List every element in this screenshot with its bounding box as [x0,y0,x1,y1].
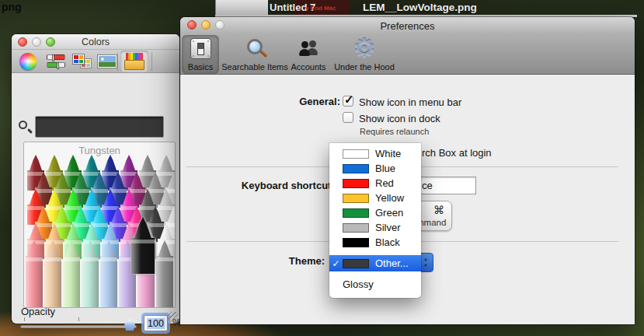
tab-filename[interactable]: LEM__LowVoltage.png [363,2,477,13]
tab-badge: v End Mac [305,5,336,12]
opacity-slider-thumb[interactable] [124,318,135,331]
color-search-input[interactable] [35,116,164,138]
preferences-toolbar: Basics Searchable Items Accounts ⚙ Under… [180,34,635,75]
toolbar-label: Searchable Items [221,62,288,72]
opacity-label: Opacity [21,306,55,317]
crayon[interactable] [156,240,173,308]
magnifier-icon [247,39,263,54]
colors-toolbar [12,50,179,73]
crayon[interactable] [63,240,80,308]
keyboard-shortcuts-label: Keyboard shortcuts: [210,180,340,191]
search-icon [19,121,27,129]
toolbar-separator [117,52,118,71]
menu-item-label: Silver [375,222,401,233]
slider-knob [57,62,59,69]
slider-tick [78,317,79,321]
theme-color-swatch [343,179,369,188]
menu-item-silver[interactable]: Silver [329,220,421,235]
relaunch-note: Requires relaunch [360,127,429,136]
image-palette-icon[interactable] [97,54,117,68]
toolbar-separator [151,52,152,71]
command-key-icon: ⌘ [433,204,444,216]
preferences-titlebar[interactable]: Preferences [180,17,635,34]
menu-item-yellow[interactable]: Yellow [329,191,421,205]
gear-icon: ⚙ [353,37,376,60]
crayon[interactable] [44,240,61,308]
general-label: General: [210,96,340,107]
menu-item-label: Red [375,177,394,189]
menu-item-label: Green [375,207,403,219]
menu-item-blue[interactable]: Blue [329,161,421,176]
theme-color-swatch [343,259,369,268]
checkbox-label[interactable]: Show icon in dock [359,113,440,124]
menu-item-black[interactable]: Black [329,235,421,250]
menu-item-label: Black [375,236,400,248]
green-slider-bar [47,62,65,68]
menu-item-label: Yellow [375,192,404,204]
crayon-boxfront [124,60,144,70]
slider-tick [24,317,25,321]
switch-icon [190,38,211,59]
opacity-value-field[interactable]: 100 [144,315,168,331]
theme-label: Theme: [210,255,325,267]
desktop-corner-text: png [2,1,22,13]
menu-gap [329,271,421,277]
crayon-picker: Tungsten [23,142,176,308]
colors-title: Colors [12,37,179,47]
checkmark: ✓ [344,93,354,107]
menu-checkmark: ✓ [329,258,343,269]
color-palette-icon[interactable] [72,54,92,69]
menu-item-green[interactable]: Green [329,205,421,220]
toolbar-item-searchable-items[interactable]: Searchable Items [219,35,291,74]
menu-item-label: Glossy [343,278,374,290]
menu-item-white[interactable]: White [329,146,421,161]
crayon-selected[interactable] [131,217,155,274]
menu-item-label: Other... [375,257,409,269]
crayon[interactable] [82,240,99,308]
crayon[interactable] [26,240,43,308]
toolbar-label: Under the Hood [334,62,395,72]
menu-item-other[interactable]: ✓Other... [329,255,421,271]
theme-dropdown-menu: WhiteBlueRedYellowGreenSilverBlack✓Other… [329,143,421,298]
toolbar-item-basics[interactable]: Basics [182,35,219,74]
menu-item-red[interactable]: Red [329,176,421,191]
theme-color-swatch [343,238,369,247]
background-window-edge [215,0,268,16]
color-wheel-icon[interactable] [19,53,37,70]
resize-grip[interactable] [168,312,178,322]
color-sliders-icon[interactable] [47,54,65,68]
crayon[interactable] [175,240,176,308]
slider-knob [52,54,54,61]
menu-gap [329,250,421,255]
colors-panel: Colors Tungsten Opa [12,34,179,324]
shortcut-value-fragment: ce [422,180,433,191]
login-checkbox-label-fragment[interactable]: rch Box at login [422,147,492,159]
opacity-value: 100 [147,318,165,329]
menu-item-label: White [375,148,401,159]
theme-color-swatch [343,149,369,159]
red-slider-bar [47,54,65,60]
checkbox-show-icon-dock[interactable] [343,112,353,123]
accounts-icon [297,39,320,59]
toolbar-label: Basics [188,62,213,72]
crayon[interactable] [100,240,117,308]
sun-dot [101,58,104,61]
theme-color-swatch [343,223,369,233]
toolbar-item-under-the-hood[interactable]: ⚙ Under the Hood [328,35,401,74]
menu-item-glossy[interactable]: Glossy [329,277,421,292]
toolbar-label: Accounts [291,62,325,72]
checkbox-show-icon-menu-bar[interactable]: ✓ [343,96,353,107]
colors-titlebar[interactable]: Colors [12,34,179,50]
theme-color-swatch [343,208,369,218]
checkbox-label[interactable]: Show icon in menu bar [359,96,461,108]
crayons-icon[interactable] [124,53,144,70]
opacity-slider-track[interactable] [20,325,137,328]
theme-color-swatch [343,194,369,203]
colors-body: Tungsten Opacity 100 % [12,73,179,324]
menu-item-label: Blue [375,163,395,174]
preferences-title: Preferences [180,20,635,32]
theme-color-swatch [343,164,369,173]
palette-front [72,54,85,65]
toolbar-item-accounts[interactable]: Accounts [289,35,328,74]
